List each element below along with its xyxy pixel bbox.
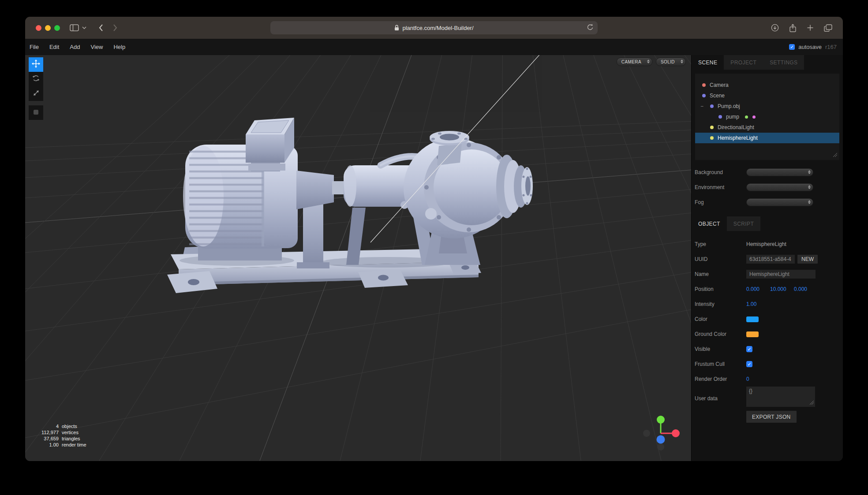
resize-grip-icon[interactable] [810, 400, 814, 406]
tab-project[interactable]: PROJECT [724, 55, 763, 70]
shading-select-value: SOLID [661, 60, 675, 64]
outliner-item-camera[interactable]: Camera [695, 80, 839, 90]
menu-file[interactable]: File [25, 44, 44, 50]
select-stepper-icon [808, 200, 811, 204]
collapse-toggle-icon[interactable]: − [700, 103, 703, 109]
stat-objects: 4objects [36, 423, 86, 429]
menu-help[interactable]: Help [108, 44, 131, 50]
camera-select[interactable]: CAMERA [617, 58, 652, 66]
outliner-item-pump-obj[interactable]: − Pump.obj [695, 101, 839, 112]
type-value: HemisphereLight [746, 241, 786, 247]
name-field[interactable]: HemisphereLight [746, 270, 816, 279]
scene-settings: Background Environment Fog [692, 160, 843, 210]
fog-row: Fog [692, 195, 843, 210]
user-data-field[interactable]: {} [746, 387, 815, 407]
environment-label: Environment [695, 184, 746, 190]
reload-icon[interactable] [587, 23, 594, 31]
share-icon[interactable] [789, 24, 797, 32]
intensity-row: Intensity 1.00 [692, 297, 843, 312]
outliner-item-hemisphere-light[interactable]: HemisphereLight [695, 133, 839, 143]
tab-overview-icon[interactable] [824, 24, 832, 32]
menu-edit[interactable]: Edit [44, 44, 64, 50]
menu-view[interactable]: View [86, 44, 108, 50]
close-window-button[interactable] [36, 25, 41, 31]
chevron-down-icon[interactable] [82, 26, 86, 29]
forward-button[interactable] [113, 24, 117, 31]
axis-neg-x-dot[interactable] [643, 430, 650, 437]
color-row: Color [692, 312, 843, 327]
object-dot [702, 94, 706, 97]
camera-select-value: CAMERA [621, 60, 641, 64]
snap-toggle-button[interactable] [29, 105, 43, 120]
background-select[interactable] [746, 168, 813, 176]
tab-script[interactable]: SCRIPT [727, 216, 760, 231]
user-data-row: User data {} [692, 387, 843, 407]
color-label: Color [695, 316, 746, 322]
resize-grip-icon[interactable] [833, 152, 837, 158]
position-y-field[interactable]: 10.000 [770, 286, 794, 292]
user-data-label: User data [695, 395, 746, 402]
axis-x-dot[interactable] [672, 429, 680, 437]
render-order-field[interactable]: 0 [746, 376, 749, 382]
position-z-field[interactable]: 0.000 [794, 286, 818, 292]
square-icon [33, 109, 39, 117]
pump-model[interactable] [167, 118, 533, 293]
shading-select[interactable]: SOLID [656, 58, 686, 66]
traffic-lights [36, 25, 60, 31]
background-label: Background [695, 169, 746, 175]
select-stepper-icon [808, 185, 811, 189]
rotate-tool-button[interactable] [29, 72, 43, 86]
ground-color-swatch[interactable] [746, 331, 759, 337]
frustum-cull-row: Frustum Cull ✓ [692, 357, 843, 372]
axis-gizmo[interactable] [643, 416, 680, 450]
revision-label: r167 [825, 44, 837, 50]
type-row: Type HemisphereLight [692, 237, 843, 252]
stat-render-time: 1.00render time [36, 442, 86, 448]
outliner-item-directional-light[interactable]: DirectionalLight [695, 122, 839, 133]
tab-object[interactable]: OBJECT [692, 216, 727, 231]
address-bar[interactable]: plantfce.com/Model-Builder/ [270, 21, 598, 34]
tab-settings[interactable]: SETTINGS [763, 55, 804, 70]
back-button[interactable] [99, 24, 103, 31]
move-icon [32, 60, 40, 70]
zoom-window-button[interactable] [54, 25, 60, 31]
background-row: Background [692, 165, 843, 180]
object-dot [710, 104, 714, 108]
translate-tool-button[interactable] [29, 57, 43, 72]
axis-z-dot[interactable] [657, 435, 665, 444]
autosave-checkbox[interactable]: ✓ [789, 44, 795, 50]
frustum-cull-checkbox[interactable]: ✓ [746, 361, 752, 367]
menu-add[interactable]: Add [64, 44, 85, 50]
scale-tool-button[interactable] [29, 86, 43, 101]
name-label: Name [695, 271, 746, 277]
fog-select[interactable] [746, 198, 813, 206]
intensity-field[interactable]: 1.00 [746, 301, 756, 307]
object-dot [710, 126, 714, 129]
new-uuid-button[interactable]: NEW [797, 255, 818, 264]
new-tab-icon[interactable] [807, 24, 814, 31]
environment-select[interactable] [746, 183, 813, 191]
sidebar-toggle-icon[interactable] [70, 24, 79, 31]
ground-color-row: Ground Color [692, 327, 843, 342]
object-properties: Type HemisphereLight UUID 63d18551-a584-… [692, 231, 843, 423]
material-dot [752, 115, 756, 119]
downloads-icon[interactable] [771, 24, 779, 32]
outliner-item-scene[interactable]: Scene [695, 90, 839, 101]
minimize-window-button[interactable] [45, 25, 51, 31]
desktop-background: plantfce.com/Model-Builder/ [0, 0, 868, 495]
outliner-item-pump[interactable]: pump [695, 112, 839, 122]
geometry-dot [745, 115, 748, 119]
browser-chrome: plantfce.com/Model-Builder/ [25, 17, 843, 39]
viewport-3d[interactable]: CAMERA SOLID 4objects 112,977vertices 37… [25, 55, 691, 461]
rotate-icon [32, 74, 40, 84]
axis-neg-y-dot[interactable] [657, 443, 664, 450]
position-row: Position 0.000 10.000 0.000 [692, 282, 843, 297]
uuid-label: UUID [695, 256, 746, 262]
color-swatch[interactable] [746, 316, 759, 322]
position-x-field[interactable]: 0.000 [746, 286, 770, 292]
export-json-button[interactable]: EXPORT JSON [746, 411, 797, 423]
scale-icon [33, 89, 40, 98]
visible-checkbox[interactable]: ✓ [746, 346, 752, 352]
tab-scene[interactable]: SCENE [692, 55, 724, 70]
axis-y-dot[interactable] [657, 416, 665, 424]
